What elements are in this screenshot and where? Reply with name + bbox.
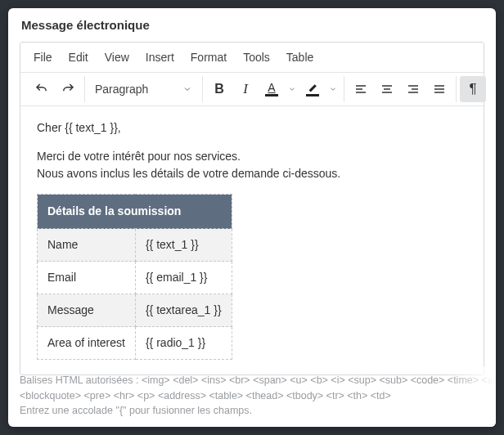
allowed-tags-label: Balises HTML autorisées : [20,374,138,386]
cell-value: {{ textarea_1 }} [135,294,232,327]
cell-label: Email [38,262,136,294]
editor-content[interactable]: Cher {{ text_1 }}, Merci de votre intérê… [20,105,484,374]
cell-value: {{ text_1 }} [135,229,232,262]
allowed-tags-list-2: <blockquote> <pre> <hr> <p> <address> <t… [20,388,484,404]
align-right-icon [407,83,420,96]
menubar: File Edit View Insert Format Tools Table [20,43,484,72]
text-color-button[interactable]: A [259,76,285,102]
cell-label: Area of interest [38,327,136,360]
undo-icon [34,82,49,96]
menu-tools[interactable]: Tools [235,46,278,69]
text-color-icon: A [265,82,278,96]
table-row: Email {{ email_1 }} [38,262,232,294]
menu-edit[interactable]: Edit [61,46,97,69]
align-justify-button[interactable] [426,76,452,102]
intro-paragraph: Merci de votre intérêt pour nos services… [37,148,467,182]
italic-button[interactable]: I [232,76,259,102]
rich-text-editor: File Edit View Insert Format Tools Table… [20,42,484,375]
menu-format[interactable]: Format [182,46,235,69]
table-header: Détails de la soumission [38,195,232,229]
chevron-down-icon [288,85,296,93]
toolbar: Paragraph B I A [20,72,484,105]
cell-value: {{ radio_1 }} [135,327,232,360]
footer-help: Balises HTML autorisées : <img> <del> <i… [8,366,496,427]
align-right-button[interactable] [400,76,426,102]
email-editor-window: Message électronique File Edit View Inse… [8,8,496,427]
table-row: Name {{ text_1 }} [38,229,232,262]
menu-file[interactable]: File [25,46,61,69]
align-justify-icon [433,83,446,96]
cell-value: {{ email_1 }} [135,262,232,294]
pilcrow-icon: ¶ [469,81,476,97]
greeting-line: Cher {{ text_1 }}, [37,119,467,137]
align-left-icon [354,83,367,96]
redo-button[interactable] [55,76,81,102]
table-row: Area of interest {{ radio_1 }} [38,327,232,360]
chevron-down-icon [329,85,337,93]
fade-overlay [447,366,496,427]
highlight-menu[interactable] [326,76,340,102]
window-title: Message électronique [8,8,496,38]
align-center-button[interactable] [374,76,400,102]
text-color-menu[interactable] [285,76,299,102]
italic-icon: I [243,81,248,97]
cell-label: Message [38,294,136,327]
block-format-label: Paragraph [95,83,148,96]
menu-view[interactable]: View [97,46,137,69]
align-center-icon [380,83,394,96]
highlight-icon [306,83,319,96]
chevron-down-icon [182,84,192,94]
text-direction-button[interactable]: ¶ [460,76,486,102]
merge-hint: Entrez une accolade "{" pour fusionner l… [20,403,484,419]
redo-icon [61,82,75,96]
cell-label: Name [38,229,136,262]
submission-table: Détails de la soumission Name {{ text_1 … [37,194,232,360]
highlight-button[interactable] [299,76,326,102]
menu-table[interactable]: Table [278,46,322,69]
undo-button[interactable] [29,76,55,102]
bold-icon: B [214,82,224,96]
table-row: Message {{ textarea_1 }} [38,294,232,327]
menu-insert[interactable]: Insert [137,46,182,69]
allowed-tags-list: <img> <del> <ins> <br> <span> <u> <b> <i… [142,374,496,386]
bold-button[interactable]: B [206,76,232,102]
align-left-button[interactable] [348,76,374,102]
block-format-select[interactable]: Paragraph [88,76,199,102]
